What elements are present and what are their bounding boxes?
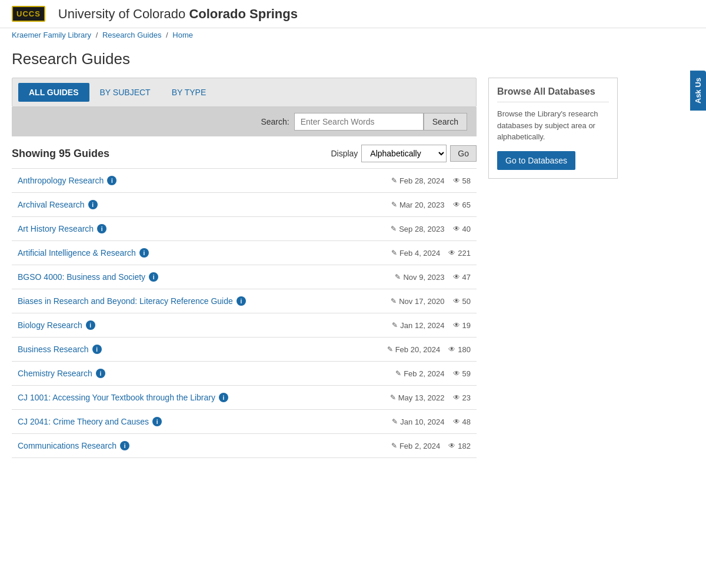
guide-link[interactable]: CJ 1001: Accessing Your Textbook through… (18, 393, 215, 402)
info-icon[interactable]: i (107, 176, 116, 185)
guide-link[interactable]: Artificial Intelligence & Research (18, 248, 136, 258)
guide-link[interactable]: Chemistry Research (18, 369, 92, 378)
guide-list-item: Chemistry Research i ✎ Feb 2, 2024 👁 59 (12, 362, 477, 386)
guide-right: ✎ Nov 17, 2020 👁 50 (391, 297, 471, 306)
guide-link[interactable]: Art History Research (18, 224, 94, 233)
info-icon[interactable]: i (219, 393, 228, 402)
edit-icon: ✎ (390, 393, 396, 402)
browse-description: Browse the Library's research databases … (497, 108, 609, 143)
breadcrumb-guides-link[interactable]: Research Guides (102, 31, 161, 39)
tab-all-guides[interactable]: ALL GUIDES (18, 83, 89, 102)
info-icon[interactable]: i (237, 296, 246, 306)
breadcrumb-library-link[interactable]: Kraemer Family Library (12, 31, 91, 39)
info-icon[interactable]: i (149, 272, 158, 282)
guide-views: 👁 59 (453, 369, 471, 378)
display-select[interactable]: Alphabetically By Date By Views (361, 145, 447, 162)
edit-icon: ✎ (387, 345, 393, 353)
guide-left: Archival Research i (18, 200, 98, 209)
breadcrumb-home-link[interactable]: Home (172, 31, 193, 39)
guide-left: BGSO 4000: Business and Society i (18, 272, 158, 282)
edit-icon: ✎ (392, 321, 398, 329)
eye-icon: 👁 (453, 297, 460, 305)
guide-right: ✎ Feb 2, 2024 👁 182 (391, 442, 471, 450)
go-button[interactable]: Go (450, 145, 477, 162)
info-icon[interactable]: i (120, 441, 129, 450)
guide-link[interactable]: Biology Research (18, 320, 82, 330)
guide-link[interactable]: Archival Research (18, 200, 85, 209)
guide-date: ✎ Feb 20, 2024 (387, 345, 441, 354)
guide-link[interactable]: BGSO 4000: Business and Society (18, 272, 145, 282)
guide-list-item: Biology Research i ✎ Jan 12, 2024 👁 19 (12, 313, 477, 338)
display-controls: Display Alphabetically By Date By Views … (331, 145, 477, 162)
edit-icon: ✎ (391, 176, 397, 185)
edit-icon: ✎ (391, 249, 397, 257)
info-icon[interactable]: i (152, 417, 162, 426)
ask-us-button[interactable]: Ask Us (690, 71, 706, 111)
guide-views: 👁 40 (453, 225, 471, 233)
search-input[interactable] (294, 113, 424, 131)
guide-right: ✎ Feb 28, 2024 👁 58 (391, 176, 471, 185)
edit-icon: ✎ (391, 201, 397, 209)
guide-list-item: CJ 1001: Accessing Your Textbook through… (12, 386, 477, 410)
info-icon[interactable]: i (88, 200, 98, 209)
left-panel: ALL GUIDES BY SUBJECT BY TYPE Search: Se… (12, 78, 477, 458)
info-icon[interactable]: i (139, 248, 149, 258)
search-button[interactable]: Search (424, 113, 467, 131)
tab-by-type[interactable]: BY TYPE (161, 83, 217, 102)
eye-icon: 👁 (453, 321, 460, 329)
guide-left: Anthropology Research i (18, 176, 116, 185)
guides-count: Showing 95 Guides (12, 148, 109, 160)
guide-list-item: BGSO 4000: Business and Society i ✎ Nov … (12, 265, 477, 289)
eye-icon: 👁 (453, 417, 460, 426)
guide-date: ✎ Sep 28, 2023 (391, 225, 444, 233)
guide-date: ✎ Mar 20, 2023 (391, 201, 445, 209)
guide-date: ✎ Feb 2, 2024 (395, 369, 444, 378)
guide-left: Art History Research i (18, 224, 106, 233)
guide-date: ✎ Nov 9, 2023 (395, 273, 444, 282)
guide-list-item: Archival Research i ✎ Mar 20, 2023 👁 65 (12, 193, 477, 217)
guide-right: ✎ Feb 20, 2024 👁 180 (387, 345, 471, 354)
guide-link[interactable]: Communications Research (18, 441, 116, 450)
guide-list-item: Art History Research i ✎ Sep 28, 2023 👁 … (12, 217, 477, 241)
guide-left: Business Research i (18, 345, 102, 354)
guide-views: 👁 47 (453, 273, 471, 282)
guide-right: ✎ Jan 12, 2024 👁 19 (392, 321, 471, 330)
edit-icon: ✎ (395, 369, 401, 377)
browse-title: Browse All Databases (497, 86, 609, 102)
guide-views: 👁 182 (448, 442, 471, 450)
university-name: University of Colorado Colorado Springs (58, 6, 298, 22)
info-icon[interactable]: i (96, 369, 105, 378)
eye-icon: 👁 (448, 345, 455, 353)
breadcrumb: Kraemer Family Library / Research Guides… (0, 28, 706, 44)
info-icon[interactable]: i (86, 320, 95, 330)
eye-icon: 👁 (448, 249, 455, 257)
eye-icon: 👁 (453, 273, 460, 281)
tab-by-subject[interactable]: BY SUBJECT (89, 83, 161, 102)
guide-views: 👁 19 (453, 321, 471, 330)
guide-date: ✎ Nov 17, 2020 (391, 297, 444, 306)
guide-left: Chemistry Research i (18, 369, 105, 378)
guide-left: Artificial Intelligence & Research i (18, 248, 149, 258)
guide-views: 👁 50 (453, 297, 471, 306)
guide-list: Anthropology Research i ✎ Feb 28, 2024 👁… (12, 168, 477, 458)
guide-date: ✎ Jan 12, 2024 (392, 321, 444, 330)
guide-link[interactable]: Anthropology Research (18, 176, 104, 185)
tabs-container: ALL GUIDES BY SUBJECT BY TYPE (12, 78, 477, 107)
guide-date: ✎ Feb 28, 2024 (391, 176, 445, 185)
info-icon[interactable]: i (92, 345, 102, 354)
goto-databases-button[interactable]: Go to Databases (497, 151, 575, 170)
guide-date: ✎ Feb 4, 2024 (391, 249, 440, 258)
guide-list-item: Communications Research i ✎ Feb 2, 2024 … (12, 434, 477, 458)
search-label: Search: (261, 117, 289, 126)
guide-date: ✎ Feb 2, 2024 (391, 442, 440, 450)
guide-link[interactable]: Biases in Research and Beyond: Literacy … (18, 296, 233, 306)
display-label: Display (331, 149, 358, 158)
site-header: UCCS University of Colorado Colorado Spr… (0, 0, 706, 28)
eye-icon: 👁 (453, 369, 460, 377)
guide-link[interactable]: CJ 2041: Crime Theory and Causes (18, 417, 149, 426)
guide-link[interactable]: Business Research (18, 345, 89, 354)
guide-left: CJ 2041: Crime Theory and Causes i (18, 417, 162, 426)
logo-box: UCCS (12, 6, 45, 22)
info-icon[interactable]: i (97, 224, 106, 233)
eye-icon: 👁 (453, 176, 460, 185)
